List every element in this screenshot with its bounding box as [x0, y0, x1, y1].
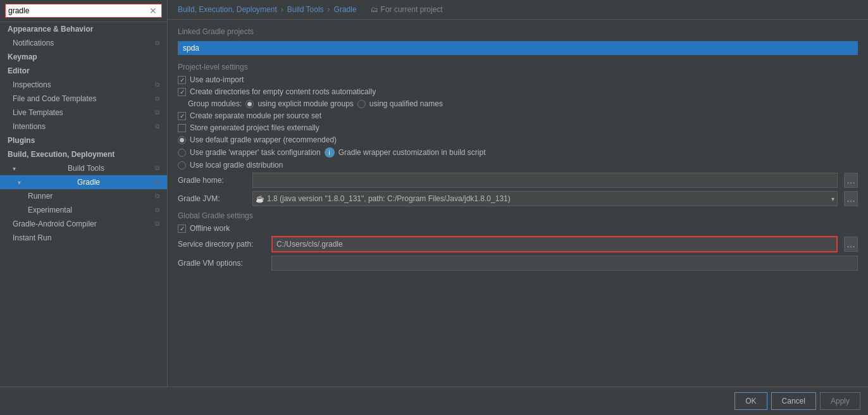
gradle-home-label: Gradle home:	[178, 176, 247, 185]
create-separate-checkbox[interactable]	[178, 112, 186, 120]
expand-arrow-build-tools: ▾	[13, 165, 16, 172]
sidebar-item-runner[interactable]: Runner ⧉	[0, 189, 167, 203]
breadcrumb-project: 🗂 For current project	[371, 5, 443, 14]
use-local-gradle-row: Use local gradle distribution	[178, 161, 858, 170]
service-dir-dots-btn[interactable]: …	[844, 237, 858, 252]
use-gradle-wrapper-radio[interactable]	[178, 149, 186, 157]
sidebar-item-live-templates-label: Live Templates	[13, 108, 63, 117]
project-level-settings-title: Project-level settings	[178, 63, 858, 71]
content-area: Linked Gradle projects spda Project-leve…	[168, 20, 868, 387]
gradle-home-input[interactable]	[252, 173, 838, 188]
store-generated-checkbox[interactable]	[178, 124, 186, 132]
sidebar-item-gradle[interactable]: ▾ Gradle ⧉	[0, 175, 167, 189]
sidebar-item-build-tools[interactable]: ▾ Build Tools ⧉	[0, 161, 167, 175]
copy-icon: ⧉	[155, 39, 159, 47]
gradle-jvm-label: Gradle JVM:	[178, 194, 247, 203]
dialog-body: ✕ Appearance & Behavior Notifications ⧉ …	[0, 0, 868, 387]
use-local-gradle-radio[interactable]	[178, 161, 186, 170]
copy-icon-file-code: ⧉	[155, 95, 159, 102]
search-clear-icon[interactable]: ✕	[149, 6, 157, 16]
sidebar-item-plugins[interactable]: Plugins	[0, 133, 167, 147]
sidebar-item-inspections-label: Inspections	[13, 80, 51, 89]
sidebar-item-inspections[interactable]: Inspections ⧉	[0, 78, 167, 92]
gradle-wrapper-info-icon[interactable]: i	[325, 147, 335, 158]
sidebar-item-instant-run-label: Instant Run	[13, 233, 51, 242]
breadcrumb-sep2: ›	[328, 5, 330, 14]
copy-icon-intentions: ⧉	[155, 123, 159, 130]
copy-icon-inspections: ⧉	[155, 81, 159, 89]
ok-button[interactable]: OK	[735, 392, 767, 410]
service-dir-row: Service directory path: …	[178, 236, 858, 252]
sidebar-item-file-code-templates[interactable]: File and Code Templates ⧉	[0, 92, 167, 106]
sidebar-item-editor[interactable]: Editor	[0, 64, 167, 78]
sidebar-item-intentions-label: Intentions	[13, 122, 46, 131]
copy-icon-gradle-android: ⧉	[155, 220, 159, 228]
search-container: ✕	[0, 0, 167, 22]
store-generated-row: Store generated project files externally	[178, 123, 858, 132]
service-dir-input[interactable]	[271, 236, 838, 252]
create-dirs-row: Create directories for empty content roo…	[178, 87, 858, 96]
use-auto-import-row: Use auto-import	[178, 75, 858, 84]
apply-button[interactable]: Apply	[820, 392, 860, 410]
linked-project-item[interactable]: spda	[178, 41, 858, 55]
copy-icon-live-templates: ⧉	[155, 109, 159, 116]
breadcrumb: Build, Execution, Deployment › Build Too…	[168, 0, 868, 20]
sidebar-item-build-execution-label: Build, Execution, Deployment	[8, 150, 115, 159]
breadcrumb-part1[interactable]: Build, Execution, Deployment	[178, 5, 277, 14]
sidebar-item-notifications-label: Notifications	[13, 39, 54, 47]
gradle-jvm-select[interactable]: ☕ 1.8 (java version "1.8.0_131", path: C…	[252, 191, 838, 206]
linked-gradle-projects-title: Linked Gradle projects	[178, 27, 858, 36]
create-dirs-checkbox[interactable]	[178, 88, 186, 96]
store-generated-label: Store generated project files externally	[190, 123, 319, 132]
gradle-jvm-dots-btn[interactable]: …	[844, 191, 858, 206]
use-default-gradle-radio[interactable]	[178, 136, 186, 144]
sidebar-item-appearance-behavior[interactable]: Appearance & Behavior	[0, 22, 167, 36]
using-qualified-radio[interactable]	[357, 100, 366, 108]
use-gradle-wrapper-label: Use gradle 'wrapper' task configuration	[190, 148, 321, 157]
cancel-button[interactable]: Cancel	[771, 392, 816, 410]
service-dir-label: Service directory path:	[178, 240, 266, 249]
use-default-gradle-label: Use default gradle wrapper (recommended)	[190, 135, 337, 144]
sidebar-item-keymap-label: Keymap	[8, 53, 37, 61]
sidebar-item-build-execution-deployment[interactable]: Build, Execution, Deployment	[0, 147, 167, 161]
sidebar-item-instant-run[interactable]: Instant Run	[0, 231, 167, 245]
linked-projects-list: spda	[178, 41, 858, 55]
search-wrapper: ✕	[5, 4, 162, 18]
sidebar-item-notifications[interactable]: Notifications ⧉	[0, 36, 167, 50]
expand-arrow-gradle: ▾	[18, 179, 21, 186]
sidebar-item-gradle-android-compiler[interactable]: Gradle-Android Compiler ⧉	[0, 217, 167, 231]
jvm-icon: ☕	[256, 195, 264, 203]
use-local-gradle-label: Use local gradle distribution	[190, 161, 283, 170]
sidebar-item-gradle-label: Gradle	[77, 178, 100, 187]
copy-icon-build-tools: ⧉	[155, 164, 159, 172]
using-explicit-radio[interactable]	[245, 100, 254, 108]
sidebar-item-build-tools-label: Build Tools	[68, 164, 104, 173]
create-separate-label: Create separate module per source set	[190, 111, 321, 120]
gradle-jvm-row: Gradle JVM: ☕ 1.8 (java version "1.8.0_1…	[178, 191, 858, 206]
sidebar-item-runner-label: Runner	[28, 192, 53, 201]
jvm-value-text: 1.8 (java version "1.8.0_131", path: C:/…	[267, 194, 829, 203]
copy-icon-gradle: ⧉	[155, 178, 159, 186]
create-separate-row: Create separate module per source set	[178, 111, 858, 120]
breadcrumb-part2[interactable]: Build Tools	[287, 5, 324, 14]
sidebar-item-live-templates[interactable]: Live Templates ⧉	[0, 106, 167, 120]
group-modules-label: Group modules:	[188, 99, 242, 108]
main-content: Build, Execution, Deployment › Build Too…	[168, 0, 868, 387]
sidebar-item-experimental[interactable]: Experimental ⧉	[0, 203, 167, 217]
sidebar-item-appearance-behavior-label: Appearance & Behavior	[8, 25, 93, 34]
sidebar-item-file-code-templates-label: File and Code Templates	[13, 94, 97, 103]
sidebar-item-intentions[interactable]: Intentions ⧉	[0, 120, 167, 133]
breadcrumb-part3: Gradle	[334, 5, 357, 14]
vm-options-label: Gradle VM options:	[178, 259, 266, 268]
breadcrumb-project-label: For current project	[381, 5, 443, 14]
offline-work-row: Offline work	[178, 224, 858, 233]
search-input[interactable]	[5, 4, 162, 18]
sidebar-item-keymap[interactable]: Keymap	[0, 50, 167, 64]
vm-options-input[interactable]	[271, 256, 858, 271]
use-auto-import-checkbox[interactable]	[178, 76, 186, 84]
gradle-wrapper-info-text: Gradle wrapper customization in build sc…	[338, 148, 486, 157]
offline-work-checkbox[interactable]	[178, 225, 186, 233]
use-gradle-wrapper-row: Use gradle 'wrapper' task configuration …	[178, 147, 858, 158]
global-gradle-settings-title: Global Gradle settings	[178, 211, 858, 220]
gradle-home-dots-btn[interactable]: …	[844, 173, 858, 188]
